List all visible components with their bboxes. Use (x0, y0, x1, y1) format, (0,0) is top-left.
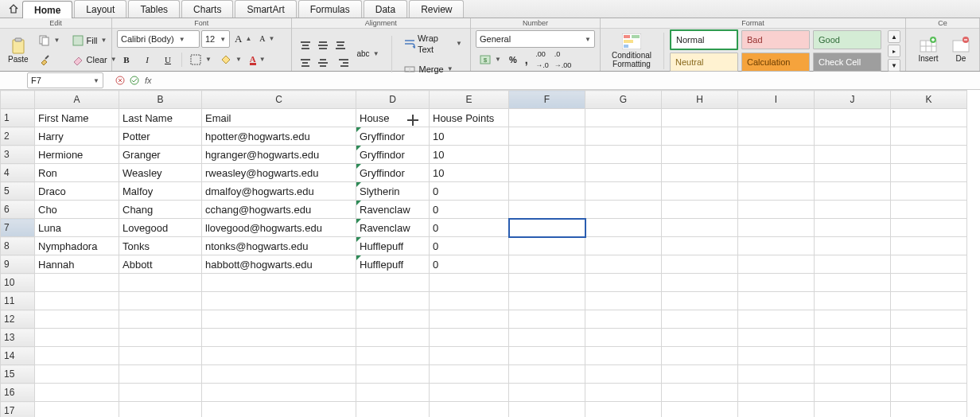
cell-I4[interactable] (738, 164, 815, 182)
cell-A11[interactable] (35, 292, 119, 310)
col-header-B[interactable]: B (119, 91, 202, 109)
cell-K10[interactable] (891, 274, 967, 292)
cell-I1[interactable] (738, 109, 815, 127)
decrease-decimal-button[interactable]: .0→.00 (554, 51, 573, 68)
cell-H11[interactable] (662, 292, 738, 310)
cell-D3[interactable]: Gryffindor (356, 146, 430, 164)
cell-J12[interactable] (815, 310, 891, 329)
cell-J4[interactable] (815, 164, 891, 182)
style-calculation[interactable]: Calculation (741, 53, 810, 72)
cell-H16[interactable] (662, 384, 738, 402)
align-bottom-button[interactable] (332, 37, 349, 53)
cancel-formula-button[interactable] (113, 73, 127, 88)
cell-J15[interactable] (815, 365, 891, 384)
cell-G5[interactable] (585, 182, 662, 201)
cell-H4[interactable] (662, 164, 738, 182)
cell-K3[interactable] (891, 146, 967, 164)
gallery-up-button[interactable]: ▲ (888, 30, 900, 43)
cell-E4[interactable]: 10 (430, 164, 509, 182)
cell-G7[interactable] (585, 219, 662, 237)
cell-G1[interactable] (585, 109, 662, 127)
cell-A6[interactable]: Cho (35, 201, 119, 219)
cell-B7[interactable]: Lovegood (119, 219, 202, 237)
cell-G14[interactable] (585, 347, 662, 365)
row-header-14[interactable]: 14 (1, 347, 35, 365)
cell-E15[interactable] (430, 365, 509, 384)
cell-B10[interactable] (119, 274, 202, 292)
cell-A14[interactable] (35, 347, 119, 365)
cell-I5[interactable] (738, 182, 815, 201)
cell-G3[interactable] (585, 146, 662, 164)
increase-decimal-button[interactable]: .00→.0 (533, 51, 552, 68)
cell-K8[interactable] (891, 237, 967, 255)
cell-K9[interactable] (891, 255, 967, 274)
cell-J9[interactable] (815, 255, 891, 274)
cell-E2[interactable]: 10 (430, 127, 509, 146)
cell-E9[interactable]: 0 (430, 255, 509, 274)
style-check-cell[interactable]: Check Cell (813, 53, 881, 72)
cell-F2[interactable] (509, 127, 585, 146)
cell-I3[interactable] (738, 146, 815, 164)
cell-J5[interactable] (815, 182, 891, 201)
tab-smartart[interactable]: SmartArt (235, 0, 296, 18)
cell-D16[interactable] (356, 384, 430, 402)
cell-A2[interactable]: Harry (35, 127, 119, 146)
cell-E7[interactable]: 0 (430, 219, 509, 237)
cell-E11[interactable] (430, 292, 509, 310)
cell-A3[interactable]: Hermione (35, 146, 119, 164)
cell-H13[interactable] (662, 329, 738, 347)
cell-G10[interactable] (585, 274, 662, 292)
cell-H12[interactable] (662, 310, 738, 329)
cell-K7[interactable] (891, 219, 967, 237)
underline-button[interactable]: U (158, 52, 177, 68)
cell-E1[interactable]: House Points (430, 109, 509, 127)
cell-A13[interactable] (35, 329, 119, 347)
cell-B8[interactable]: Tonks (119, 237, 202, 255)
row-header-13[interactable]: 13 (1, 329, 35, 347)
cell-C6[interactable]: cchang@hogwarts.edu (202, 201, 356, 219)
delete-button[interactable]: De (949, 29, 973, 71)
cell-B17[interactable] (119, 402, 202, 418)
col-header-D[interactable]: D (356, 91, 430, 109)
wrap-text-button[interactable]: Wrap Text▼ (400, 30, 465, 57)
row-header-6[interactable]: 6 (1, 201, 35, 219)
cell-K1[interactable] (891, 109, 967, 127)
row-header-17[interactable]: 17 (1, 402, 35, 418)
cell-C12[interactable] (202, 310, 356, 329)
cell-D11[interactable] (356, 292, 430, 310)
cell-A5[interactable]: Draco (35, 182, 119, 201)
cell-D6[interactable]: Ravenclaw (356, 201, 430, 219)
cell-H10[interactable] (662, 274, 738, 292)
cell-C13[interactable] (202, 329, 356, 347)
style-normal[interactable]: Normal (670, 29, 738, 50)
cell-K4[interactable] (891, 164, 967, 182)
cell-K6[interactable] (891, 201, 967, 219)
cell-J11[interactable] (815, 292, 891, 310)
bold-button[interactable]: B (117, 52, 136, 68)
font-name-combo[interactable]: Calibri (Body)▼ (117, 30, 200, 48)
cell-G2[interactable] (585, 127, 662, 146)
cell-I2[interactable] (738, 127, 815, 146)
percent-button[interactable]: % (506, 52, 520, 68)
col-header-H[interactable]: H (662, 91, 738, 109)
cell-C16[interactable] (202, 384, 356, 402)
row-header-2[interactable]: 2 (1, 127, 35, 146)
cell-D13[interactable] (356, 329, 430, 347)
cell-F3[interactable] (509, 146, 585, 164)
cell-E13[interactable] (430, 329, 509, 347)
cell-F16[interactable] (509, 384, 585, 402)
orientation-button[interactable]: abc▼ (354, 46, 383, 62)
cell-E10[interactable] (430, 274, 509, 292)
cell-H5[interactable] (662, 182, 738, 201)
cell-K15[interactable] (891, 365, 967, 384)
cell-C3[interactable]: hgranger@hogwarts.edu (202, 146, 356, 164)
number-format-combo[interactable]: General▼ (476, 30, 595, 48)
cell-F17[interactable] (509, 402, 585, 418)
cell-I10[interactable] (738, 274, 815, 292)
cell-F9[interactable] (509, 255, 585, 274)
tab-formulas[interactable]: Formulas (298, 0, 362, 18)
tab-home[interactable]: Home (22, 1, 72, 18)
align-right-button[interactable] (332, 55, 349, 71)
accept-formula-button[interactable] (127, 73, 142, 88)
row-header-15[interactable]: 15 (1, 365, 35, 384)
